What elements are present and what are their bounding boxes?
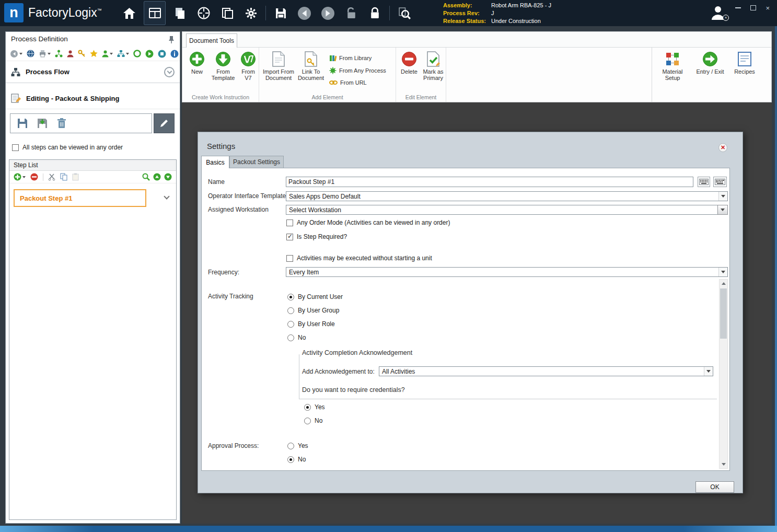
from-library-button[interactable]: From Library <box>329 54 372 62</box>
production-docs-button[interactable] <box>171 2 189 24</box>
import-from-document-button[interactable]: Import From Document <box>262 51 295 81</box>
remove-step-button[interactable] <box>30 173 38 181</box>
delete-process-button[interactable] <box>56 118 67 129</box>
navigator-button[interactable] <box>195 2 213 24</box>
collapse-button[interactable] <box>164 67 175 77</box>
delete-element-button[interactable]: Delete <box>398 51 420 75</box>
copy-step-button[interactable] <box>60 173 67 181</box>
globe-button[interactable] <box>27 50 34 57</box>
is-step-required-row[interactable]: Is Step Required? <box>286 233 347 240</box>
user-green-button[interactable] <box>102 50 113 57</box>
radio-selected[interactable] <box>304 404 311 411</box>
tracking-no-radio[interactable]: No <box>287 334 306 341</box>
home-button[interactable] <box>120 2 138 24</box>
stop-button[interactable] <box>158 50 166 58</box>
user-account-button[interactable]: × <box>710 4 727 22</box>
approval-yes-radio[interactable]: Yes <box>287 442 308 449</box>
process-definition-button[interactable] <box>144 1 166 25</box>
approval-no-radio[interactable]: No <box>287 456 306 463</box>
any-order-row[interactable]: All steps can be viewed in any order <box>12 144 123 151</box>
radio[interactable] <box>287 321 294 328</box>
radio-selected[interactable] <box>287 456 294 463</box>
dialog-close-button[interactable]: ✕ <box>718 143 727 152</box>
undo-button[interactable] <box>295 2 313 24</box>
unlock-button[interactable] <box>342 2 360 24</box>
start-button[interactable] <box>145 50 154 58</box>
radio[interactable] <box>287 443 294 449</box>
scroll-down-button[interactable] <box>720 460 727 468</box>
radio[interactable] <box>287 334 294 341</box>
keyboard-icon[interactable] <box>698 177 710 187</box>
is-step-required-checkbox[interactable] <box>286 234 293 240</box>
radio[interactable] <box>287 307 294 314</box>
user-red-button[interactable] <box>67 50 74 57</box>
step-expand-chevron-icon[interactable] <box>164 193 169 199</box>
activities-without-unit-row[interactable]: Activities may be executed without start… <box>286 255 432 262</box>
radio[interactable] <box>304 418 311 424</box>
move-step-down-button[interactable] <box>164 173 172 181</box>
nav-back-button[interactable] <box>10 50 22 58</box>
from-template-button[interactable]: From Template <box>208 51 238 81</box>
name-input[interactable] <box>286 177 693 187</box>
radio-selected[interactable] <box>287 294 294 300</box>
material-setup-button[interactable]: Material Setup <box>657 51 688 81</box>
paste-step-button[interactable] <box>72 173 79 181</box>
find-step-button[interactable] <box>142 173 150 181</box>
settings-gear-button[interactable] <box>242 2 260 24</box>
documents-button[interactable] <box>218 2 236 24</box>
save-process-button[interactable] <box>17 118 28 129</box>
chevron-down-icon[interactable] <box>717 205 728 215</box>
new-button[interactable]: New <box>187 51 207 75</box>
link-to-document-button[interactable]: Link To Document <box>297 51 325 81</box>
move-step-up-button[interactable] <box>153 173 161 181</box>
close-button[interactable]: × <box>766 4 770 12</box>
save-button[interactable] <box>272 2 289 24</box>
tab-packout-settings[interactable]: Packout Settings <box>229 156 284 168</box>
credentials-yes-radio[interactable]: Yes <box>304 403 325 411</box>
any-order-mode-checkbox[interactable] <box>286 219 293 226</box>
maximize-button[interactable] <box>750 5 756 10</box>
entry-exit-button[interactable]: Entry / Exit <box>694 51 726 75</box>
audit-search-button[interactable] <box>396 2 413 24</box>
scrollbar-thumb[interactable] <box>720 288 727 339</box>
tab-basics[interactable]: Basics <box>201 156 229 168</box>
add-step-button[interactable] <box>14 173 26 181</box>
tree-button[interactable] <box>117 50 129 57</box>
process-flow-row[interactable]: Process Flow <box>6 61 180 83</box>
from-v7-button[interactable]: From V7 <box>239 51 258 81</box>
credentials-no-radio[interactable]: No <box>304 417 322 424</box>
compare-button[interactable] <box>55 50 63 57</box>
tracking-by-current-user-radio[interactable]: By Current User <box>287 293 343 300</box>
import-process-button[interactable] <box>37 118 48 129</box>
scroll-up-button[interactable] <box>720 280 727 287</box>
from-url-button[interactable]: From URL <box>329 79 367 86</box>
tracking-by-user-role-radio[interactable]: By User Role <box>287 320 335 328</box>
key-button[interactable] <box>78 50 86 57</box>
operator-interface-template-select[interactable]: Sales Apps Demo Default <box>286 191 728 201</box>
pin-icon[interactable] <box>168 36 175 44</box>
ok-button[interactable]: OK <box>695 481 734 493</box>
lock-button[interactable] <box>366 2 384 24</box>
activities-without-unit-checkbox[interactable] <box>286 255 293 262</box>
tracking-by-user-group-radio[interactable]: By User Group <box>287 307 339 314</box>
mark-as-primary-button[interactable]: Mark as Primary <box>421 51 445 81</box>
add-acknowledgement-select[interactable]: All Activities <box>379 366 713 376</box>
ring-button[interactable] <box>133 50 141 57</box>
recipes-button[interactable]: Recipes <box>732 51 758 75</box>
assigned-workstation-select[interactable]: Select Workstation <box>286 205 728 215</box>
edit-mode-toggle-button[interactable] <box>154 113 175 133</box>
print-button[interactable] <box>39 50 51 57</box>
from-any-process-button[interactable]: From Any Process <box>329 67 386 74</box>
redo-button[interactable] <box>319 2 337 24</box>
step-list-item-selected[interactable]: Packout Step #1 <box>14 189 146 207</box>
dialog-scrollbar[interactable] <box>719 279 728 469</box>
cut-step-button[interactable] <box>48 174 55 181</box>
info-button[interactable] <box>170 50 179 58</box>
any-order-checkbox[interactable] <box>12 144 19 151</box>
frequency-select[interactable]: Every Item <box>286 267 728 277</box>
any-order-mode-row[interactable]: Any Order Mode (Activities can be viewed… <box>286 219 450 226</box>
tab-document-tools[interactable]: Document Tools <box>186 33 237 48</box>
star-button[interactable] <box>90 50 98 57</box>
touch-keyboard-icon[interactable] <box>713 177 727 187</box>
minimize-button[interactable] <box>735 7 741 8</box>
